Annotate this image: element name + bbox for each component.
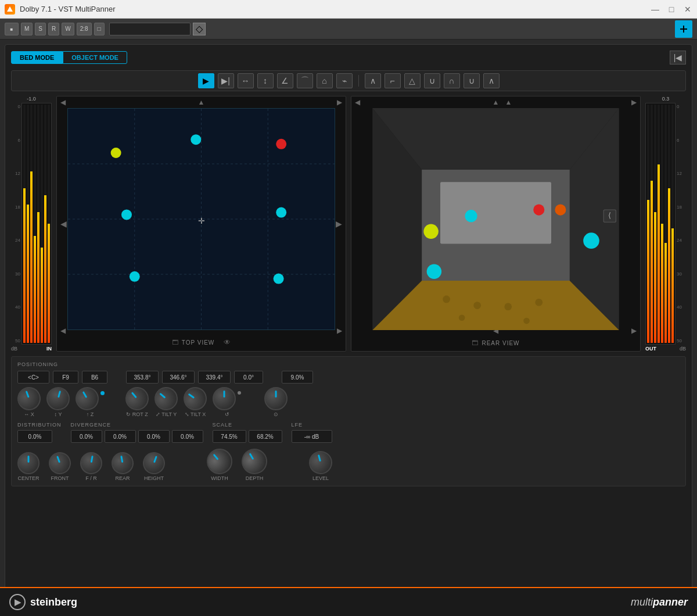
rear-arrow-left[interactable]: ◀: [355, 98, 360, 106]
curve-corner-btn[interactable]: ⌐: [385, 73, 401, 88]
rear-view-canvas[interactable]: ⟨: [362, 108, 630, 330]
top-view-arrow-right[interactable]: ▶: [336, 219, 342, 228]
scale-knob[interactable]: [264, 387, 288, 410]
toolbar-fader[interactable]: [109, 23, 191, 35]
eye-icon[interactable]: 👁: [224, 338, 231, 346]
svg-point-28: [459, 314, 465, 321]
channel-input[interactable]: [17, 371, 49, 384]
auto-step-btn[interactable]: ▶|: [218, 73, 234, 88]
auto-loop-btn[interactable]: ↔: [238, 73, 254, 88]
toolbar-r-btn[interactable]: R: [48, 23, 59, 35]
div2-input[interactable]: [105, 430, 136, 443]
lfe-input[interactable]: [292, 430, 332, 443]
rear-knob[interactable]: [110, 450, 135, 476]
tilt-x-input[interactable]: [198, 371, 231, 384]
tilt-y-knob[interactable]: [150, 382, 182, 415]
auto-tool-btn[interactable]: ⌂: [317, 73, 333, 88]
multipanner-logo: multipanner: [631, 596, 688, 608]
auto-sep1: [358, 75, 359, 87]
curve-tri-btn[interactable]: △: [404, 73, 421, 88]
rot-free-input[interactable]: [234, 371, 263, 384]
front-knob[interactable]: [46, 449, 74, 478]
curve-up-btn[interactable]: ∧: [365, 73, 381, 88]
auto-v-btn[interactable]: ↕: [257, 73, 274, 88]
scale2-input[interactable]: [249, 430, 282, 443]
rear-arrow-right[interactable]: ▶: [631, 98, 637, 106]
bed-mode-btn[interactable]: BED MODE: [11, 51, 63, 64]
object-mode-btn[interactable]: OBJECT MODE: [63, 51, 127, 64]
toolbar-s-btn[interactable]: S: [35, 23, 46, 35]
curve-cup-btn[interactable]: ∪: [424, 73, 440, 88]
tilt-y-input[interactable]: [162, 371, 195, 384]
rot-z-input[interactable]: [126, 371, 159, 384]
rear-view-panel[interactable]: ▲ ▲ ◀ ▶ ◀ ▶: [351, 96, 641, 352]
x-knob-group: ↔ X: [17, 387, 41, 417]
toolbar-box-btn[interactable]: □: [94, 23, 105, 35]
scale1-input[interactable]: [213, 430, 246, 443]
top-view-arrow-bl[interactable]: ◀: [60, 327, 66, 335]
rear-arrow-top2[interactable]: ▲: [505, 98, 512, 106]
x-knob[interactable]: [14, 384, 44, 413]
distribution-section: DISTRIBUTION: [17, 422, 62, 443]
minimize-btn[interactable]: —: [651, 5, 660, 14]
app-icon: [5, 4, 15, 15]
toolbar-m-btn[interactable]: M: [21, 23, 33, 35]
curve-sin-btn[interactable]: ∪: [464, 73, 480, 88]
height-knob-label: HEIGHT: [144, 475, 164, 481]
f9-input[interactable]: [53, 371, 78, 384]
close-btn[interactable]: ✕: [683, 5, 692, 14]
top-view-arrow-tl[interactable]: ◀: [60, 98, 66, 106]
top-view-panel[interactable]: ◀ ▲ ▶ ◀ ▶ ◀ ▶: [56, 96, 346, 352]
toolbar-diamond-btn[interactable]: ◇: [193, 23, 206, 35]
toolbar-power-btn[interactable]: ■: [5, 23, 19, 35]
top-view-arrow-left[interactable]: ◀: [60, 219, 67, 228]
level-knob-group: LEVEL: [309, 451, 332, 481]
toolbar-28-btn[interactable]: 2:8: [77, 23, 92, 35]
auto-angle-btn[interactable]: ∠: [277, 73, 293, 88]
z-knob[interactable]: [71, 383, 103, 415]
fr-knob-group: F / R: [80, 452, 102, 481]
title-bar: Dolby 7.1 - VST MultiPanner — □ ✕: [0, 0, 697, 19]
toolbar-right-btn[interactable]: [675, 20, 692, 38]
mode-right-btn[interactable]: |◀: [670, 51, 686, 65]
mode-buttons: BED MODE OBJECT MODE: [11, 51, 127, 64]
top-view-arrow-br[interactable]: ▶: [337, 327, 342, 335]
maximize-btn[interactable]: □: [667, 5, 676, 14]
width-knob-label: WIDTH: [211, 475, 228, 481]
rear-arrow-top1[interactable]: ▲: [493, 98, 500, 106]
width-knob[interactable]: [202, 443, 238, 479]
scale-title: SCALE: [213, 422, 282, 428]
b6-input[interactable]: [82, 371, 107, 384]
rot-z-knob[interactable]: [121, 382, 153, 415]
center-knob[interactable]: [17, 452, 39, 474]
rot-free-knob[interactable]: [213, 387, 236, 410]
top-view-arrow-tr[interactable]: ▶: [337, 98, 342, 106]
z-knob-group: ↑ Z: [76, 387, 105, 417]
auto-special-btn[interactable]: ⌁: [336, 73, 353, 88]
rot-free-label: ↺: [225, 411, 229, 417]
depth-knob[interactable]: [237, 444, 272, 479]
automation-toolbar: ▶ ▶| ↔ ↕ ∠ ⌒ ⌂ ⌁ ∧ ⌐ △ ∪ ∩ ∪ ∧: [11, 70, 686, 91]
auto-curve-btn[interactable]: ⌒: [297, 73, 313, 88]
rear-arrow-right2[interactable]: ▶: [631, 327, 637, 335]
scale-input[interactable]: [282, 371, 313, 384]
div3-input[interactable]: [138, 430, 170, 443]
curve-cap-btn[interactable]: ∩: [444, 73, 460, 88]
front-knob-group: FRONT: [49, 452, 71, 481]
y-knob-label: ↕ Y: [55, 411, 62, 417]
depth-knob-group: DEPTH: [242, 449, 267, 481]
top-view-arrow-top[interactable]: ▲: [198, 98, 205, 106]
fr-knob[interactable]: [78, 450, 104, 476]
curve-wave-btn[interactable]: ∧: [483, 73, 500, 88]
out-label: OUT: [645, 346, 656, 352]
tilt-x-knob[interactable]: [179, 382, 211, 415]
distribution-input[interactable]: [17, 430, 52, 443]
div1-input[interactable]: [71, 430, 102, 443]
height-knob[interactable]: [140, 449, 168, 478]
top-view-canvas[interactable]: ✛: [67, 108, 335, 330]
y-knob[interactable]: [44, 385, 73, 413]
level-knob[interactable]: [307, 449, 335, 477]
auto-play-btn[interactable]: ▶: [198, 73, 214, 88]
toolbar-w-btn[interactable]: W: [62, 23, 74, 35]
div4-input[interactable]: [172, 430, 203, 443]
